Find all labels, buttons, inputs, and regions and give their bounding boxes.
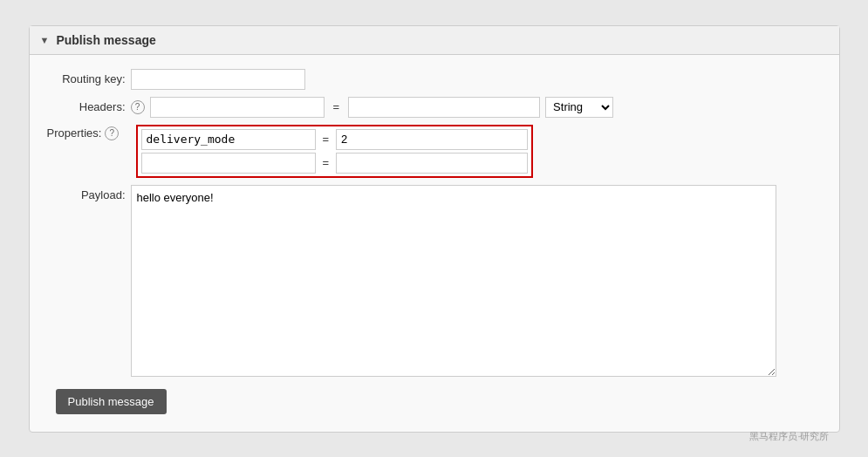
prop-key-input-1[interactable]	[141, 129, 316, 150]
routing-key-row: Routing key:	[47, 69, 822, 90]
properties-label-area: Properties: ?	[47, 125, 131, 140]
payload-textarea[interactable]: hello everyone!	[131, 185, 776, 377]
publish-message-button[interactable]: Publish message	[56, 389, 167, 414]
headers-val-input[interactable]	[348, 97, 540, 118]
property-row-1: =	[141, 129, 529, 150]
prop-key-input-2[interactable]	[141, 153, 316, 174]
panel-title: Publish message	[56, 33, 155, 47]
watermark: 黑马程序员·研究所	[749, 430, 829, 443]
headers-row: Headers: ? = String Number Boolean	[47, 97, 822, 118]
headers-eq: =	[330, 100, 344, 113]
routing-key-label: Routing key:	[47, 72, 126, 85]
payload-label: Payload:	[47, 185, 126, 201]
properties-help-icon[interactable]: ?	[105, 126, 119, 140]
panel-header: ▼ Publish message	[30, 26, 839, 55]
headers-type-select[interactable]: String Number Boolean	[545, 97, 613, 118]
properties-row: Properties: ? = =	[47, 125, 822, 178]
properties-label: Properties:	[47, 126, 102, 140]
headers-help-icon[interactable]: ?	[131, 100, 145, 114]
prop-val-input-1[interactable]	[336, 129, 528, 150]
panel-body: Routing key: Headers: ? = String Number …	[30, 55, 839, 432]
toggle-icon[interactable]: ▼	[40, 35, 50, 45]
payload-row: Payload: hello everyone!	[47, 185, 822, 377]
publish-message-panel: ▼ Publish message Routing key: Headers: …	[29, 25, 840, 433]
headers-key-input[interactable]	[150, 97, 325, 118]
prop-val-input-2[interactable]	[336, 153, 528, 174]
headers-label: Headers:	[47, 100, 126, 113]
routing-key-input[interactable]	[131, 69, 305, 90]
prop-eq-1: =	[319, 133, 333, 146]
prop-eq-2: =	[319, 156, 333, 169]
property-row-2: =	[141, 153, 529, 174]
properties-fields: = =	[136, 125, 534, 178]
